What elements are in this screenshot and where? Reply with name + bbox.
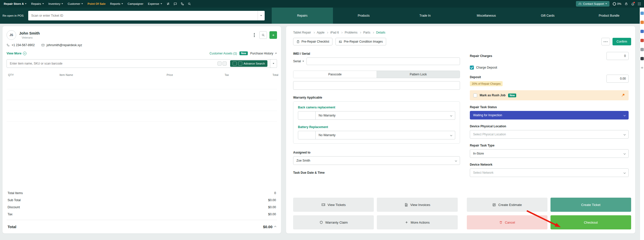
cancel-button[interactable]: Cancel [467, 215, 547, 229]
assigned-to-select[interactable]: Zoe Smith [293, 156, 460, 165]
browser-sidebar-icon[interactable] [640, 12, 644, 15]
tab-miscellaneous[interactable]: Miscellaneous [456, 8, 517, 24]
checkout-button[interactable]: Checkout [550, 215, 631, 229]
add-customer-button[interactable] [269, 31, 277, 39]
advance-search-button[interactable]: Advance Search [230, 60, 267, 67]
ellipsis-icon [605, 41, 606, 42]
rush-job-checkbox[interactable] [473, 94, 477, 97]
browser-sidebar-icon[interactable] [640, 48, 644, 51]
warranty-duration-input[interactable] [298, 131, 316, 139]
sidebar-add-icon[interactable] [640, 66, 644, 69]
search-icon[interactable] [188, 2, 191, 6]
imei-serial-label: IMEI / Serial [293, 52, 460, 55]
charge-deposit-label: Charge Deposit [476, 66, 497, 69]
browser-sidebar-icon[interactable] [640, 57, 644, 60]
tab-trade-in[interactable]: Trade In [394, 8, 456, 24]
chevron-down-icon [273, 63, 274, 64]
warranty-select[interactable]: No Warranty [316, 131, 455, 139]
create-ticket-button[interactable]: Create Ticket [550, 198, 631, 212]
confirm-button[interactable]: Confirm [612, 38, 631, 45]
nav-campaigner[interactable]: Campaigner [125, 0, 146, 8]
pre-repair-checklist-button[interactable]: Pre-Repair Checklist [293, 38, 332, 45]
phone-icon[interactable] [181, 2, 184, 6]
serial-input[interactable] [306, 57, 460, 65]
warranty-duration-input[interactable] [298, 111, 316, 120]
estimate-icon [492, 203, 496, 207]
cart-empty-row [7, 89, 277, 100]
chevron-up-icon[interactable] [274, 226, 276, 228]
customer-search-button[interactable] [259, 31, 267, 39]
total-items-label: Total Items [8, 191, 23, 195]
tab-products[interactable]: Products [333, 8, 394, 24]
crumb-apple[interactable]: Apple [317, 31, 325, 34]
task-type-select[interactable]: In-Store [470, 149, 629, 158]
charge-deposit-checkbox[interactable] [470, 66, 474, 70]
crumb-problems[interactable]: Problems [345, 31, 357, 34]
ticket-search-input[interactable] [28, 14, 258, 17]
browser-sidebar-icon[interactable] [640, 21, 644, 24]
tab-pattern-lock[interactable]: Pattern Lock [377, 71, 460, 78]
chevron-down-icon [624, 153, 626, 155]
invoice-icon [404, 203, 408, 207]
customer-assets-link[interactable]: Customer Assets (1) [209, 52, 237, 55]
store-selector[interactable]: Repair Store A [2, 0, 29, 8]
nav-point-of-sale[interactable]: Point Of Sale [85, 0, 108, 8]
warranty-select[interactable]: No Warranty [316, 111, 455, 120]
crumb-ipad6[interactable]: iPad 6 [330, 31, 339, 34]
reopen-pos-label: Re-open in POS [0, 14, 28, 17]
device-network-select[interactable]: Select Network [470, 168, 629, 177]
view-more-link[interactable]: View More [7, 52, 26, 55]
deposit-input[interactable] [606, 75, 629, 83]
transfer-icon[interactable] [166, 2, 170, 5]
ticket-search-dropdown[interactable] [258, 11, 265, 20]
ticket-icon [321, 203, 325, 207]
tab-gift-cards[interactable]: Gift Cards [517, 8, 578, 24]
nav-repairs[interactable]: Repairs [29, 0, 46, 8]
item-search-dropdown[interactable] [270, 59, 277, 68]
repair-charges-input[interactable] [606, 52, 629, 60]
col-price: Price [167, 73, 225, 76]
view-invoices-button[interactable]: View Invoices [377, 198, 457, 212]
deposit-hint-badge: 20% of Repair Charges [470, 81, 503, 86]
nav-reports[interactable]: Reports [108, 0, 125, 8]
col-total: Total [272, 73, 278, 76]
progress-ring-icon [613, 2, 616, 6]
view-tickets-button[interactable]: View Tickets [293, 198, 374, 212]
pre-repair-images-button[interactable]: Pre-Repair Condition Images [335, 38, 386, 45]
apps-grid-icon[interactable] [638, 2, 641, 6]
create-estimate-button[interactable]: Create Estimate [467, 198, 547, 212]
warranty-claim-button[interactable]: Warranty Claim [293, 215, 374, 229]
customer-group: Veterans [22, 36, 40, 39]
more-actions-button[interactable]: More Actions [377, 215, 457, 229]
kebab-menu-icon[interactable] [254, 35, 255, 36]
cart-panel: JS John Smith Veterans +1 234-567-8902 j… [3, 26, 281, 233]
nav-expense[interactable]: Expense [146, 0, 164, 8]
task-status-select[interactable]: Waiting for Inspection [470, 111, 629, 119]
browser-sidebar-icon[interactable] [640, 30, 644, 33]
crumb-details[interactable]: Details [376, 31, 385, 34]
tab-passcode[interactable]: Passcode [293, 71, 377, 78]
nav-inventory[interactable]: Inventory [46, 0, 65, 8]
nav-customer[interactable]: Customer [65, 0, 85, 8]
serial-type-dropdown[interactable]: Serial [293, 59, 304, 63]
sync-progress[interactable]: 0% [613, 2, 621, 6]
checklist-icon [296, 40, 300, 43]
notifications-bell-icon[interactable] [631, 2, 634, 6]
more-options-button[interactable] [601, 38, 610, 45]
tab-repairs[interactable]: Repairs [272, 8, 333, 24]
lock-icon[interactable] [625, 2, 628, 6]
tab-product-bundle[interactable]: Product Bundle [578, 8, 640, 24]
pushpin-icon[interactable] [621, 93, 625, 97]
purchase-history-link[interactable]: Purchase History [250, 52, 277, 55]
chat-icon[interactable] [174, 2, 177, 6]
contact-support-button[interactable]: Contact Support [576, 1, 609, 7]
col-tax: Tax [225, 73, 272, 76]
browser-sidebar-icon[interactable] [640, 39, 644, 42]
crumb-parts[interactable]: Parts [363, 31, 370, 34]
crumb-tablet-repair[interactable]: Tablet Repair [293, 31, 311, 34]
chevron-down-icon [121, 3, 123, 4]
col-item-name: Item Name [59, 73, 167, 76]
device-location-select[interactable]: Select Physical Location [470, 130, 629, 139]
passcode-input[interactable] [293, 81, 460, 90]
chevron-down-icon [260, 15, 262, 16]
